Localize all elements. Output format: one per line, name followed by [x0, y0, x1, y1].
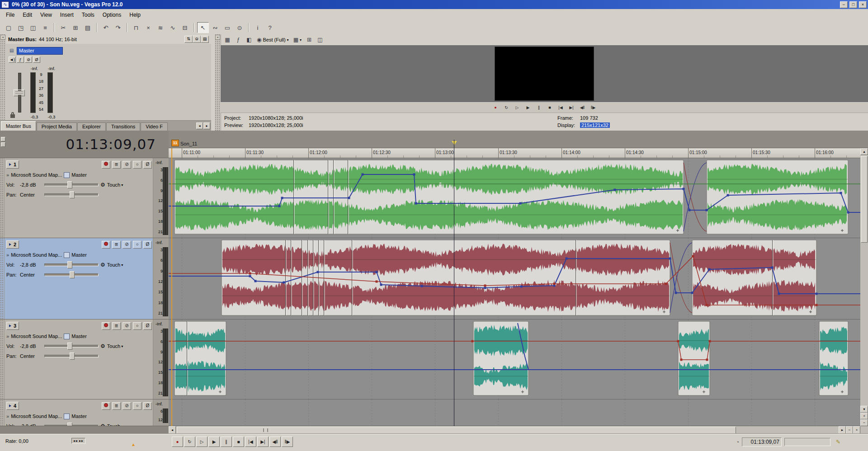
lock-envelopes-button[interactable]: ∿ [167, 22, 179, 33]
split-screen-view-button[interactable]: ◧ [244, 35, 254, 44]
panel-grip[interactable]: × [215, 34, 221, 131]
automation-gear-icon[interactable]: ⚙ [100, 423, 105, 426]
open-in-audio-editor-button[interactable]: ✎ [833, 438, 843, 446]
master-phase-button[interactable]: Ø [33, 56, 40, 63]
play-from-start-button[interactable]: ▷ [196, 437, 208, 447]
loop-playback-button[interactable]: ↻ [501, 104, 511, 112]
play-button[interactable]: ▶ [208, 437, 220, 447]
stop-button[interactable]: ■ [545, 104, 555, 112]
copy-button[interactable]: ⊞ [70, 22, 81, 33]
bus-assignment-icon[interactable] [64, 334, 70, 339]
arm-record-button[interactable] [102, 402, 110, 410]
minimize-button[interactable]: – [840, 1, 848, 8]
vertical-scrollbar[interactable]: ▴▾+− [860, 148, 868, 426]
tab-transitions[interactable]: Transitions [106, 122, 140, 131]
track-device[interactable]: Microsoft Sound Map... [11, 172, 62, 178]
menu-tools[interactable]: Tools [78, 10, 99, 20]
overlay-grid-button[interactable]: ▦▾ [292, 35, 303, 44]
track-fx-button[interactable]: ≣ [112, 322, 121, 330]
master-fader[interactable] [18, 73, 21, 113]
bus-assignment-icon[interactable] [64, 172, 70, 178]
scroll-left-button[interactable]: ◂ [169, 426, 176, 434]
pan-value[interactable]: Center [20, 353, 42, 359]
cut-button[interactable]: ✂ [57, 22, 69, 33]
selection-edit-tool-button[interactable]: ▭ [222, 22, 233, 33]
timeline-mini-button-2[interactable] [1, 142, 5, 147]
close-panel-icon[interactable]: × [215, 35, 220, 40]
track-number-box[interactable]: 2 [6, 240, 19, 249]
record-button[interactable]: ● [491, 104, 500, 112]
track-bus[interactable]: Master [71, 252, 87, 258]
track-fx-button[interactable]: ≣ [112, 241, 121, 249]
selection-length-field[interactable] [784, 438, 830, 446]
timeline-mini-button-1[interactable] [1, 137, 5, 141]
lock-icon[interactable] [10, 114, 15, 118]
ignore-event-grouping-button[interactable]: ⊟ [179, 22, 191, 33]
track-header-2[interactable]: 2≣⊘○Ø»Microsoft Sound Map...MasterVol:-2… [0, 238, 169, 319]
video-output-fx-button[interactable]: ƒ [233, 35, 243, 44]
go-to-end-button[interactable]: ▶| [566, 104, 576, 112]
automation-mode-dropdown[interactable]: Touch▾ [107, 262, 123, 268]
track-bus[interactable]: Master [71, 334, 87, 339]
panel-grip[interactable]: × [0, 34, 6, 121]
go-to-start-button[interactable]: |◀ [556, 104, 566, 112]
paste-button[interactable]: ▤ [82, 22, 94, 33]
menu-options[interactable]: Options [99, 10, 125, 20]
save-snapshot-button[interactable]: ◫ [315, 35, 325, 44]
arm-record-button[interactable] [102, 161, 110, 169]
track-header-4[interactable]: 4≣⊘○Ø»Microsoft Sound Map...MasterVol:-2… [0, 399, 169, 426]
playhead-marker[interactable] [452, 141, 457, 148]
scroll-right-button[interactable]: ▸ [839, 426, 846, 434]
track-device[interactable]: Microsoft Sound Map... [11, 334, 62, 339]
track-lane-1[interactable] [169, 158, 868, 238]
master-meter-right[interactable] [47, 72, 53, 113]
solo-button[interactable]: ○ [133, 322, 142, 330]
track-bus[interactable]: Master [71, 172, 87, 178]
track-grip[interactable] [0, 319, 5, 399]
marker-icon[interactable]: 11 [171, 140, 179, 146]
track-number-box[interactable]: 4 [6, 402, 19, 410]
volume-slider[interactable] [44, 345, 99, 348]
scroll-down-button[interactable]: ▾ [860, 406, 868, 413]
pan-slider[interactable] [44, 273, 99, 276]
mute-button[interactable]: ⊘ [123, 402, 131, 410]
track-device[interactable]: Microsoft Sound Map... [11, 413, 62, 419]
menu-help[interactable]: Help [125, 10, 145, 20]
automation-gear-icon[interactable]: ⚙ [100, 343, 105, 349]
automatic-crossfades-button[interactable]: × [142, 22, 154, 33]
stop-button[interactable]: ■ [233, 437, 244, 447]
new-project-button[interactable]: ▢ [3, 22, 14, 33]
solo-button[interactable]: ○ [133, 161, 142, 169]
pan-value[interactable]: Center [20, 272, 42, 277]
zoom-out-button[interactable]: − [846, 426, 853, 434]
project-properties-button[interactable]: ≡ [39, 22, 51, 33]
track-grip[interactable] [0, 399, 5, 426]
dim-output-button[interactable]: ⊖ [193, 36, 201, 43]
auto-ripple-button[interactable]: ≋ [155, 22, 166, 33]
panel-splitter[interactable] [211, 34, 215, 131]
track-lane-3[interactable] [169, 319, 868, 399]
normal-edit-tool-button[interactable]: ↖ [197, 22, 209, 33]
automation-mode-dropdown[interactable]: Touch▾ [107, 182, 123, 188]
track-grip[interactable] [0, 238, 5, 319]
volume-slider-handle[interactable] [67, 423, 72, 426]
track-number-box[interactable]: 1 [6, 160, 19, 169]
scroll-up-button[interactable]: ▴ [860, 148, 868, 155]
track-zoom-out-button[interactable]: − [860, 419, 868, 426]
rate-scrub-slider[interactable]: ◂◂ ▸▸ [71, 438, 85, 444]
track-header-1[interactable]: 1≣⊘○Ø»Microsoft Sound Map...MasterVol:-2… [0, 158, 169, 238]
downmix-output-button[interactable]: ⇅ [184, 36, 193, 43]
volume-slider-handle[interactable] [67, 343, 72, 350]
track-zoom-in-button[interactable]: + [860, 413, 868, 419]
tab-scroll-right-button[interactable]: ▸ [203, 122, 210, 129]
zoom-edit-tool-button[interactable]: ⊙ [234, 22, 245, 33]
automation-gear-icon[interactable]: ⚙ [100, 182, 105, 188]
copy-snapshot-button[interactable]: ⊞ [304, 35, 314, 44]
zoom-in-button[interactable]: + [853, 426, 860, 434]
go-to-end-button[interactable]: ▶| [257, 437, 269, 447]
track-fx-button[interactable]: ≣ [112, 161, 121, 169]
next-frame-button[interactable]: ‖▶ [282, 437, 293, 447]
tab-master-bus[interactable]: Master Bus [1, 121, 36, 131]
volume-slider-handle[interactable] [67, 181, 72, 188]
play-button[interactable]: ▶ [523, 104, 533, 112]
